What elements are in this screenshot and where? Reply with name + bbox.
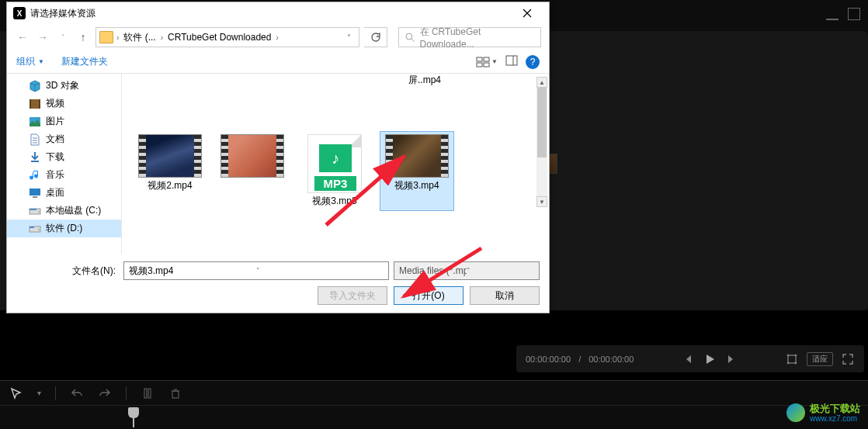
close-button[interactable] <box>512 2 543 24</box>
prev-frame-icon[interactable] <box>681 352 695 366</box>
svg-point-23 <box>38 211 40 213</box>
filetype-select[interactable]: Media files (*.mpg;*.f4v;*.mo ˅ <box>394 261 540 280</box>
sidebar-item-drive-c[interactable]: 本地磁盘 (C:) <box>7 202 121 220</box>
sidebar-item-video[interactable]: 视频 <box>7 95 121 112</box>
svg-point-8 <box>406 33 412 40</box>
preview-pane-button[interactable] <box>505 55 518 68</box>
app-icon: X <box>13 7 26 19</box>
scroll-up-icon[interactable]: ▲ <box>536 77 547 88</box>
watermark-logo-icon <box>786 403 805 422</box>
sidebar-item-3d[interactable]: 3D 对象 <box>7 77 121 95</box>
file-item[interactable] <box>215 131 290 211</box>
doc-icon <box>29 133 41 146</box>
new-folder-button[interactable]: 新建文件夹 <box>61 55 108 68</box>
help-button[interactable]: ? <box>526 55 540 69</box>
file-item[interactable]: ♪ MP3 视频3.mp3 <box>297 131 372 211</box>
breadcrumb-item2[interactable]: CRTubeGet Downloaded <box>166 32 273 43</box>
sidebar-label: 软件 (D:) <box>46 222 82 235</box>
svg-rect-9 <box>477 57 482 61</box>
svg-rect-5 <box>144 389 147 398</box>
chevron-down-icon[interactable]: ˅ <box>256 267 384 275</box>
breadcrumb-chevron[interactable]: › <box>276 33 278 42</box>
file-name: 视频3.mp4 <box>394 179 439 192</box>
sidebar-label: 文档 <box>46 133 64 146</box>
selection-tool-chevron[interactable]: ▾ <box>37 389 41 397</box>
svg-point-1 <box>787 354 790 356</box>
breadcrumb-chevron[interactable]: › <box>161 33 163 42</box>
filename-label: 文件名(N): <box>16 265 119 278</box>
nav-recent-icon[interactable]: ˅ <box>55 29 71 45</box>
video-thumb-icon <box>385 134 449 178</box>
sidebar-label: 本地磁盘 (C:) <box>46 204 101 217</box>
sidebar-item-documents[interactable]: 文档 <box>7 130 121 148</box>
file-item[interactable]: 视频2.mp4 <box>133 131 207 211</box>
film-icon <box>29 98 41 110</box>
image-icon <box>29 116 41 128</box>
view-mode-button[interactable]: ▼ <box>476 56 498 68</box>
crop-icon[interactable] <box>785 352 799 366</box>
sidebar-item-music[interactable]: 音乐 <box>7 166 121 184</box>
svg-rect-11 <box>477 63 482 67</box>
nav-back-icon[interactable]: ← <box>15 29 30 45</box>
svg-rect-7 <box>172 391 179 398</box>
refresh-button[interactable] <box>364 27 387 47</box>
file-item-truncated[interactable]: 屏..mp4 <box>386 74 464 87</box>
download-icon <box>29 151 41 164</box>
redo-icon[interactable] <box>98 386 112 400</box>
delete-icon[interactable] <box>168 386 182 400</box>
svg-point-4 <box>795 362 797 364</box>
breadcrumb[interactable]: › 软件 (... › CRTubeGet Downloaded › ˅ <box>95 27 359 47</box>
sidebar-label: 音乐 <box>46 168 64 182</box>
breadcrumb-dropdown-icon[interactable]: ˅ <box>347 33 351 42</box>
scrollbar[interactable]: ▲ ▼ <box>536 77 547 207</box>
cube-icon <box>29 80 41 92</box>
timeline-track[interactable] <box>0 406 868 429</box>
svg-point-3 <box>787 362 790 364</box>
breadcrumb-chevron[interactable]: › <box>116 33 119 42</box>
play-icon[interactable] <box>703 352 717 366</box>
drive-icon <box>29 205 41 217</box>
video-thumb-icon <box>138 134 202 178</box>
search-input[interactable]: 在 CRTubeGet Downloade... <box>398 27 541 47</box>
maximize-icon[interactable] <box>848 8 860 20</box>
nav-up-icon[interactable]: ↑ <box>75 29 91 45</box>
split-icon[interactable] <box>141 386 155 400</box>
search-placeholder: 在 CRTubeGet Downloade... <box>420 26 534 50</box>
preview-panel <box>516 31 868 310</box>
breadcrumb-item1[interactable]: 软件 (... <box>122 31 157 44</box>
playhead[interactable] <box>128 407 139 418</box>
svg-rect-20 <box>33 196 37 198</box>
next-frame-icon[interactable] <box>724 352 738 366</box>
svg-rect-12 <box>484 63 489 67</box>
folder-icon <box>99 31 113 43</box>
filename-input[interactable]: 视频3.mp4 ˅ <box>123 261 389 280</box>
svg-rect-22 <box>30 209 36 210</box>
scroll-thumb[interactable] <box>537 88 547 157</box>
sidebar-item-downloads[interactable]: 下载 <box>7 148 121 166</box>
fullscreen-icon[interactable] <box>841 352 855 366</box>
scroll-down-icon[interactable]: ▼ <box>536 196 547 207</box>
selection-tool-icon[interactable] <box>9 386 23 400</box>
svg-point-26 <box>38 229 40 230</box>
nav-forward-icon[interactable]: → <box>35 29 50 45</box>
ratio-selector[interactable]: 适应 <box>807 352 833 366</box>
search-icon <box>405 33 415 43</box>
sidebar-label: 桌面 <box>46 186 64 199</box>
sidebar-item-desktop[interactable]: 桌面 <box>7 184 121 202</box>
sidebar-item-images[interactable]: 图片 <box>7 112 121 130</box>
timeline: ▾ <box>0 380 868 429</box>
organize-menu[interactable]: 组织 ▼ <box>16 55 44 68</box>
file-area[interactable]: 屏..mp4 视频2.mp4 ♪ MP3 <box>122 74 549 254</box>
minimize-icon[interactable] <box>826 8 838 20</box>
file-item-selected[interactable]: 视频3.mp4 <box>380 131 454 211</box>
drive-icon <box>29 223 41 235</box>
time-total: 00:00:00:00 <box>589 355 634 364</box>
cancel-button[interactable]: 取消 <box>470 286 540 305</box>
chevron-down-icon[interactable]: ˅ <box>467 267 534 275</box>
sidebar-item-drive-d[interactable]: 软件 (D:) <box>7 220 121 237</box>
undo-icon[interactable] <box>70 386 84 400</box>
dialog-toolbar: 组织 ▼ 新建文件夹 ▼ ? <box>7 50 549 74</box>
svg-rect-0 <box>788 355 796 363</box>
open-button[interactable]: 打开(O) <box>394 286 464 305</box>
import-folder-button[interactable]: 导入文件夹 <box>318 286 387 305</box>
